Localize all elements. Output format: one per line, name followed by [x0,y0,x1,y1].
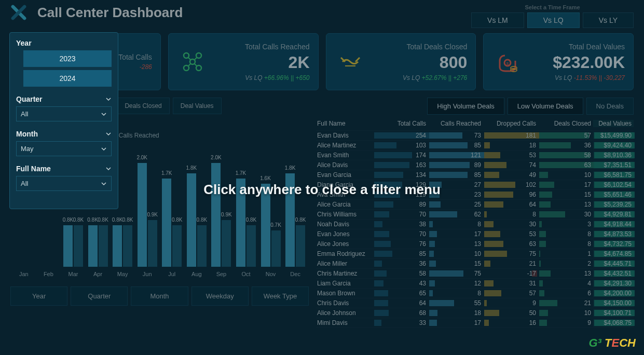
filter-month-label[interactable]: Month [16,130,112,138]
chevron-down-icon [101,181,107,187]
filter-year-option[interactable]: 2024 [23,70,112,87]
filter-quarter-label[interactable]: Quarter [16,95,112,103]
filter-year-option[interactable]: 2023 [23,50,112,67]
filter-panel: Year 20232024 Quarter All Month May Full… [9,32,118,209]
filter-quarter-select[interactable]: All [16,106,112,121]
chevron-down-icon [101,146,107,152]
filter-name-select[interactable]: All [16,176,112,191]
filter-name-label[interactable]: Full Name [16,165,112,173]
overlay-hint: Click anywhere to close a filter menu [203,182,441,198]
filter-month-select[interactable]: May [16,141,112,156]
watermark-logo: G³ TECH [589,336,636,350]
chevron-down-icon [105,131,112,137]
filter-year-label[interactable]: Year [16,39,112,47]
chevron-down-icon [105,96,112,102]
chevron-down-icon [105,166,112,172]
chevron-down-icon [101,111,107,117]
